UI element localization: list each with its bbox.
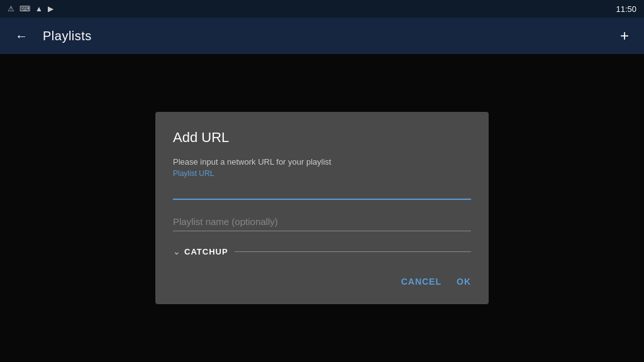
- catchup-divider: [235, 251, 471, 252]
- add-playlist-button[interactable]: +: [615, 23, 634, 48]
- chevron-down-icon: ⌄: [173, 246, 180, 256]
- dialog-title: Add URL: [173, 129, 471, 146]
- alert-icon: ⚠: [8, 4, 14, 13]
- status-bar: ⚠ ⌨ ▲ ▶ 11:50: [0, 0, 644, 18]
- app-bar-left: ← Playlists: [10, 25, 92, 47]
- dialog-buttons: CANCEL OK: [173, 272, 471, 292]
- page-title: Playlists: [43, 29, 92, 43]
- url-input-label: Playlist URL: [173, 169, 471, 178]
- add-url-dialog: Add URL Please input a network URL for y…: [155, 112, 489, 304]
- play-icon: ▶: [48, 4, 53, 13]
- url-input[interactable]: [173, 180, 471, 200]
- ok-button[interactable]: OK: [457, 272, 471, 292]
- status-time: 11:50: [616, 3, 636, 14]
- dialog-overlay: Add URL Please input a network URL for y…: [0, 54, 644, 362]
- catchup-label: CATCHUP: [184, 247, 228, 256]
- playlist-name-input[interactable]: [173, 212, 471, 231]
- status-bar-left: ⚠ ⌨ ▲ ▶: [8, 4, 53, 13]
- dialog-description: Please input a network URL for your play…: [173, 157, 471, 167]
- app-bar: ← Playlists +: [0, 18, 644, 54]
- catchup-section: ⌄ CATCHUP: [173, 246, 471, 256]
- cancel-button[interactable]: CANCEL: [401, 272, 441, 292]
- catchup-toggle[interactable]: ⌄ CATCHUP: [173, 246, 228, 256]
- back-button[interactable]: ←: [10, 25, 33, 47]
- download-icon: ▲: [35, 4, 43, 13]
- keyboard-icon: ⌨: [19, 4, 30, 13]
